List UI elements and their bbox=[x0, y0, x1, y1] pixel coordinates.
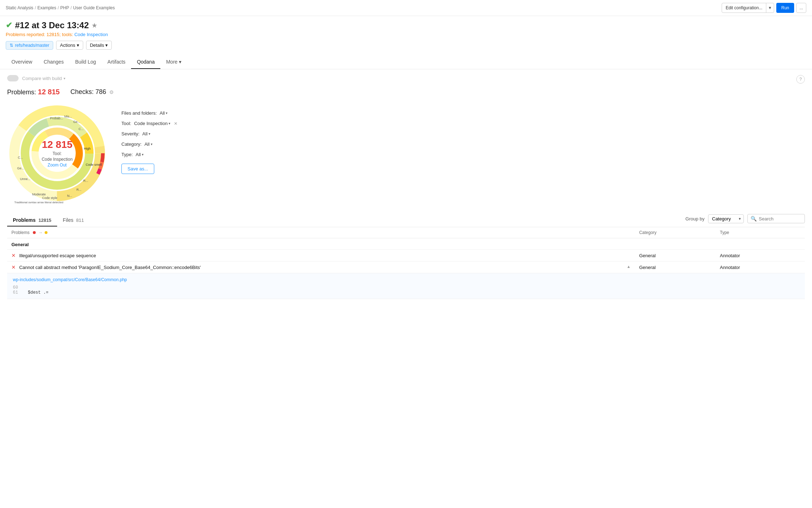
breadcrumb-item-2[interactable]: Examples bbox=[37, 5, 56, 10]
nav-tabs: Overview Changes Build Log Artifacts Qod… bbox=[0, 55, 812, 69]
check-icon: ✔ bbox=[6, 21, 12, 30]
breadcrumb-sep-1: / bbox=[35, 5, 36, 10]
stats-row: Problems: 12 815 Checks: 786 ⚙ bbox=[7, 88, 805, 96]
table-row[interactable]: ✕ Cannot call abstract method 'ParagonIE… bbox=[7, 262, 805, 273]
search-box[interactable]: 🔍 bbox=[747, 214, 805, 223]
tab-files[interactable]: Files 811 bbox=[57, 214, 90, 226]
tab-problems-count: 12815 bbox=[39, 218, 51, 223]
tab-more[interactable]: More ▾ bbox=[160, 55, 187, 69]
breadcrumb-item-4[interactable]: User Guide Examples bbox=[73, 5, 115, 10]
filter-tool-row: Tool: Code Inspection ▾ ✕ bbox=[121, 121, 805, 126]
filter-category-row: Category: All ▾ bbox=[121, 141, 805, 147]
actions-button[interactable]: Actions ▾ bbox=[56, 41, 83, 50]
code-file-link[interactable]: wp-includes/sodium_compat/src/Core/Base6… bbox=[13, 277, 127, 282]
top-actions: Edit configuration... ▾ Run ... bbox=[722, 3, 806, 13]
branch-label: refs/heads/master bbox=[15, 43, 49, 48]
code-preview: wp-includes/sodium_compat/src/Core/Base6… bbox=[7, 273, 805, 299]
main-content: Compare with build ▾ Problems: 12 815 Ch… bbox=[0, 69, 812, 305]
filter-tool-remove[interactable]: ✕ bbox=[174, 121, 177, 126]
label-r1: R... bbox=[83, 179, 88, 183]
problem-cell-2: ✕ Cannot call abstract method 'ParagonIE… bbox=[7, 262, 635, 273]
group-header-general: General bbox=[7, 238, 805, 250]
col-type: Type bbox=[716, 227, 805, 238]
help-icon[interactable]: ? bbox=[796, 75, 805, 84]
line-num-2: 61 bbox=[13, 290, 24, 295]
table-row[interactable]: ✕ Illegal/unsupported escape sequence Ge… bbox=[7, 250, 805, 262]
filter-dots: → bbox=[33, 230, 48, 235]
checks-stat-label: Checks: bbox=[70, 88, 94, 95]
branch-icon: ⇅ bbox=[10, 43, 13, 48]
col-category: Category bbox=[635, 227, 716, 238]
label-moderate: Moderate bbox=[32, 193, 46, 196]
breadcrumb-sep-3: / bbox=[70, 5, 71, 10]
more-button[interactable]: ... bbox=[796, 3, 806, 13]
filter-panel: Files and folders: All ▾ Tool: Code Insp… bbox=[121, 103, 805, 203]
save-as-button[interactable]: Save as... bbox=[121, 164, 154, 174]
tab-artifacts[interactable]: Artifacts bbox=[102, 55, 131, 69]
dot-arrow: → bbox=[38, 230, 42, 235]
filter-type-value[interactable]: All ▾ bbox=[136, 152, 144, 157]
problem-cell-1: ✕ Illegal/unsupported escape sequence bbox=[7, 250, 635, 262]
filter-tool-value[interactable]: Code Inspection ▾ bbox=[134, 121, 170, 126]
label-codestyle: Code style bbox=[42, 196, 57, 200]
problems-table: Problems → Category Type General ✕ bbox=[7, 227, 805, 299]
breadcrumb-item-3[interactable]: PHP bbox=[60, 5, 69, 10]
compare-label[interactable]: Compare with build ▾ bbox=[22, 76, 65, 81]
search-input[interactable] bbox=[759, 216, 802, 221]
filter-severity-value[interactable]: All ▾ bbox=[142, 131, 150, 136]
type-cell-1: Annotator bbox=[716, 250, 805, 262]
branch-button[interactable]: ⇅ refs/heads/master bbox=[6, 41, 53, 50]
build-title-text: #12 at 3 Dec 13:42 bbox=[15, 20, 89, 30]
error-icon-2: ✕ bbox=[11, 264, 16, 270]
collapse-icon[interactable]: ▲ bbox=[627, 264, 631, 269]
problems-files-tabs: Problems 12815 Files 811 bbox=[7, 214, 90, 226]
more-chevron-icon: ▾ bbox=[179, 59, 181, 65]
code-line-2: 61 $dest .= bbox=[13, 290, 799, 295]
compare-toggle[interactable] bbox=[7, 75, 19, 81]
top-bar: Static Analysis / Examples / PHP / User … bbox=[0, 0, 812, 16]
label-probab: Probab... bbox=[50, 116, 63, 120]
tab-problems[interactable]: Problems 12815 bbox=[7, 214, 57, 226]
edit-config-dropdown-arrow[interactable]: ▾ bbox=[766, 3, 774, 13]
filter-files-value[interactable]: All ▾ bbox=[160, 110, 167, 116]
edit-config-label: Edit configuration... bbox=[722, 3, 766, 13]
search-icon: 🔍 bbox=[751, 216, 757, 221]
filter-category-chevron: ▾ bbox=[151, 142, 152, 146]
label-c: C... bbox=[79, 127, 84, 131]
tab-qodana[interactable]: Qodana bbox=[131, 55, 160, 69]
col-problems: Problems → bbox=[7, 227, 635, 238]
group-by-select[interactable]: Category Severity Type File bbox=[708, 214, 744, 223]
edit-config-button[interactable]: Edit configuration... ▾ bbox=[722, 3, 774, 13]
label-codesmell: Code smell bbox=[86, 163, 102, 166]
line-code-2: $dest .= bbox=[28, 290, 49, 295]
label-r2: R... bbox=[76, 188, 81, 191]
error-icon-1: ✕ bbox=[11, 253, 16, 258]
problem-text-1: Illegal/unsupported escape sequence bbox=[19, 253, 96, 258]
donut-svg[interactable]: Mis... Ge... C... Probab... High Code sm… bbox=[7, 103, 107, 203]
code-line-1: 60 bbox=[13, 285, 799, 290]
filter-type-row: Type: All ▾ bbox=[121, 152, 805, 157]
label-ge: Ge... bbox=[73, 120, 80, 124]
details-button[interactable]: Details ▾ bbox=[86, 41, 112, 50]
label-c2: C... bbox=[18, 156, 23, 159]
breadcrumb-item-1[interactable]: Static Analysis bbox=[6, 5, 33, 10]
table-toolbar: Group by Category Severity Type File 🔍 bbox=[686, 210, 805, 227]
group-name-general: General bbox=[7, 238, 805, 250]
filter-category-value[interactable]: All ▾ bbox=[144, 141, 152, 147]
problem-text-2: Cannot call abstract method 'ParagonIE_S… bbox=[19, 265, 201, 270]
filter-tool-label: Tool: bbox=[121, 121, 131, 126]
run-button[interactable]: Run bbox=[776, 3, 794, 13]
compare-chevron-icon: ▾ bbox=[64, 76, 65, 80]
problems-stat: Problems: 12 815 bbox=[7, 88, 60, 96]
tab-overview[interactable]: Overview bbox=[6, 55, 38, 69]
star-icon[interactable]: ★ bbox=[92, 22, 97, 29]
checks-gear-icon[interactable]: ⚙ bbox=[109, 89, 114, 95]
checks-stat: Checks: 786 ⚙ bbox=[70, 88, 114, 96]
problems-stat-label: Problems: bbox=[7, 89, 36, 96]
details-chevron: ▾ bbox=[105, 43, 108, 48]
tab-build-log[interactable]: Build Log bbox=[69, 55, 101, 69]
tab-changes[interactable]: Changes bbox=[38, 55, 69, 69]
category-cell-1: General bbox=[635, 250, 716, 262]
code-inspection-link[interactable]: Code Inspection bbox=[74, 32, 108, 37]
group-by-select-wrapper: Category Severity Type File bbox=[708, 214, 744, 223]
